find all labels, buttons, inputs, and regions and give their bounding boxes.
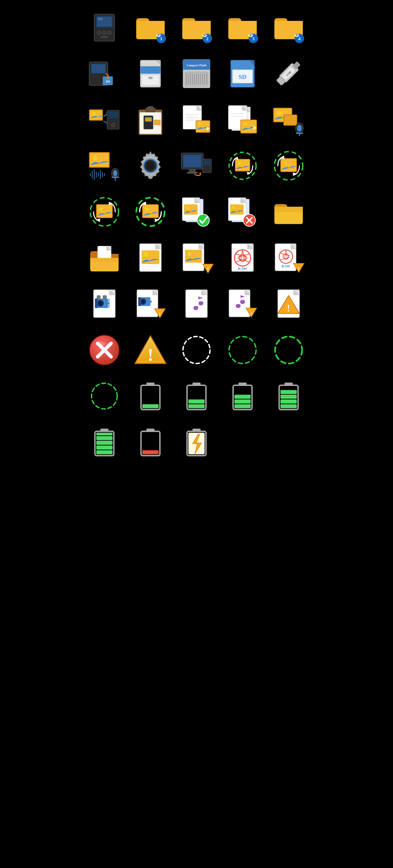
photos-audio-icon <box>83 144 126 187</box>
svg-point-6 <box>108 31 111 34</box>
svg-rect-227 <box>97 296 100 299</box>
battery-4bar-icon <box>267 375 310 417</box>
svg-rect-268 <box>143 404 159 408</box>
svg-rect-74 <box>154 120 160 125</box>
battery-3bar-icon <box>221 375 264 417</box>
svg-text:SD: SD <box>105 80 110 83</box>
svg-text:!: ! <box>207 266 209 273</box>
svg-text:RAW: RAW <box>281 264 290 268</box>
battery-5bar-icon <box>83 421 126 464</box>
doc-ok-icon <box>175 190 218 234</box>
svg-rect-277 <box>235 395 251 399</box>
svg-text:!: ! <box>159 311 161 317</box>
photos-mic-icon <box>267 98 310 141</box>
svg-point-4 <box>98 31 101 34</box>
svg-point-123 <box>147 162 154 170</box>
svg-point-265 <box>91 383 117 409</box>
svg-rect-293 <box>143 450 159 454</box>
svg-text:!: ! <box>298 266 300 272</box>
doc-raw-warn-icon: RAW ! <box>267 237 310 279</box>
circle-dashed-green2-icon <box>267 329 310 372</box>
svg-rect-70 <box>148 106 153 110</box>
svg-rect-282 <box>281 395 297 399</box>
svg-rect-120 <box>112 177 119 178</box>
svg-rect-161 <box>184 205 198 215</box>
svg-text:!: ! <box>287 303 290 313</box>
svg-rect-237 <box>139 301 140 302</box>
svg-point-61 <box>91 112 95 116</box>
svg-rect-168 <box>230 205 243 215</box>
svg-rect-288 <box>96 441 113 445</box>
photo-sync-green4-icon <box>129 190 172 234</box>
svg-point-234 <box>141 300 145 303</box>
svg-point-105 <box>297 125 302 132</box>
sd-card-blue-icon: SD <box>221 52 264 95</box>
doc-raw-icon: RAW <box>221 237 264 279</box>
svg-point-141 <box>284 161 287 165</box>
svg-rect-275 <box>235 404 251 408</box>
doc-video-warn-icon: ! <box>129 282 172 326</box>
svg-point-109 <box>93 156 97 160</box>
battery-charging-icon <box>175 421 218 464</box>
svg-rect-134 <box>236 160 249 170</box>
svg-rect-290 <box>96 433 113 435</box>
svg-text:!: ! <box>250 310 252 316</box>
doc-video-icon <box>83 282 126 326</box>
svg-point-181 <box>143 252 148 257</box>
svg-rect-226 <box>105 299 110 308</box>
svg-rect-285 <box>100 429 109 432</box>
svg-rect-223 <box>95 302 96 303</box>
folder-3-icon: 3 <box>221 6 264 49</box>
warning-badge-icon: ! <box>129 329 172 372</box>
folder-open-icon <box>83 237 126 279</box>
svg-rect-3 <box>98 18 103 20</box>
svg-rect-274 <box>239 382 246 386</box>
svg-text:!: ! <box>147 345 153 365</box>
svg-point-135 <box>238 161 241 165</box>
device-sd-icon: SD <box>83 52 126 95</box>
svg-rect-286 <box>96 450 113 454</box>
doc-music-icon <box>175 282 218 326</box>
svg-rect-73 <box>145 117 152 121</box>
svg-rect-82 <box>196 121 209 132</box>
svg-rect-222 <box>95 299 96 301</box>
svg-rect-228 <box>103 296 107 299</box>
svg-rect-7 <box>101 36 108 38</box>
svg-point-188 <box>187 252 191 256</box>
svg-point-99 <box>277 111 281 115</box>
svg-rect-28 <box>140 66 160 74</box>
svg-point-169 <box>232 206 235 209</box>
doc-image-icon <box>129 237 172 279</box>
circle-dashed-green1-icon <box>221 329 264 372</box>
icon-grid: 1 2 3 4 <box>71 0 322 868</box>
svg-point-83 <box>198 122 202 126</box>
svg-rect-272 <box>188 399 205 403</box>
svg-point-262 <box>183 337 210 364</box>
svg-point-163 <box>197 214 209 226</box>
svg-point-220 <box>98 301 102 305</box>
svg-point-5 <box>103 31 106 34</box>
svg-rect-128 <box>187 172 198 174</box>
svg-rect-238 <box>139 303 140 305</box>
svg-text:RAW: RAW <box>238 266 247 271</box>
doc-error-icon <box>221 190 264 234</box>
folder-plain-icon <box>267 190 310 234</box>
svg-rect-127 <box>189 169 196 172</box>
monitor-device-icon <box>175 144 218 187</box>
sd-card-gray-icon: SD <box>129 52 172 95</box>
svg-rect-146 <box>97 205 112 217</box>
svg-point-66 <box>112 123 115 127</box>
svg-rect-280 <box>281 404 297 408</box>
svg-rect-60 <box>90 111 102 119</box>
svg-rect-292 <box>147 429 154 432</box>
doc-photo-right2-icon <box>221 98 264 141</box>
photo-sync-green3-icon <box>83 190 126 234</box>
folder-4-icon: 4 <box>267 6 310 49</box>
svg-rect-224 <box>95 305 96 306</box>
svg-point-263 <box>229 337 256 364</box>
empty-cell-2 <box>267 421 310 464</box>
svg-rect-271 <box>188 404 205 408</box>
device-front-icon <box>83 6 126 49</box>
svg-rect-126 <box>183 155 201 167</box>
svg-text:3: 3 <box>252 36 254 41</box>
